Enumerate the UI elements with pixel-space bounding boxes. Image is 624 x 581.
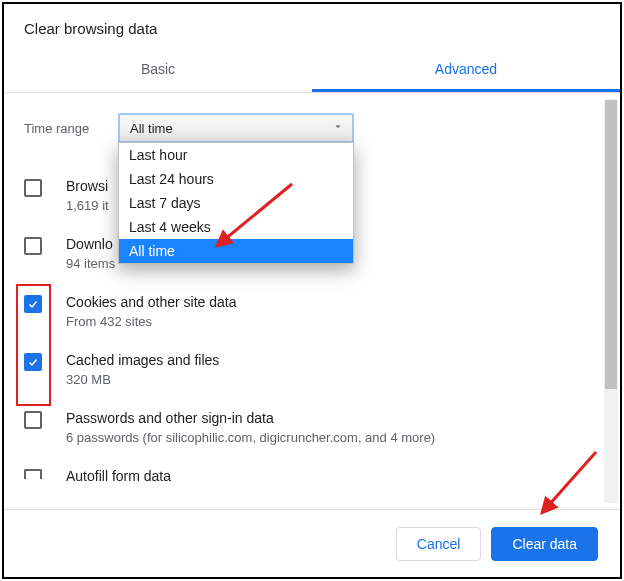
chevron-down-icon [332,121,344,136]
checkbox-download-history[interactable] [24,237,42,255]
item-sublabel: 6 passwords (for silicophilic.com, digic… [66,429,435,447]
cancel-button[interactable]: Cancel [396,527,482,561]
time-range-select[interactable]: All time [118,113,354,143]
checkbox-browsing-history[interactable] [24,179,42,197]
item-label: Cookies and other site data [66,293,236,311]
item-label: Browsi [66,177,109,195]
item-label: Passwords and other sign-in data [66,409,435,427]
dialog-footer: Cancel Clear data [4,509,620,577]
tab-advanced[interactable]: Advanced [312,51,620,92]
option-last-7-days[interactable]: Last 7 days [119,191,353,215]
time-range-dropdown: Last hour Last 24 hours Last 7 days Last… [118,142,354,264]
checkbox-cached[interactable] [24,353,42,371]
option-last-24-hours[interactable]: Last 24 hours [119,167,353,191]
item-cookies: Cookies and other site data From 432 sit… [24,283,600,341]
tab-basic[interactable]: Basic [4,51,312,92]
scrollbar-thumb[interactable] [604,99,618,390]
item-label: Cached images and files [66,351,219,369]
option-last-4-weeks[interactable]: Last 4 weeks [119,215,353,239]
item-sublabel: 94 items [66,255,115,273]
item-sublabel: 320 MB [66,371,219,389]
dialog-title: Clear browsing data [4,4,620,51]
checkbox-cookies[interactable] [24,295,42,313]
time-range-row: Time range All time Last hour Last 24 ho… [24,93,600,167]
option-last-hour[interactable]: Last hour [119,143,353,167]
item-label: Autofill form data [66,467,171,485]
time-range-label: Time range [24,121,94,136]
checkbox-autofill[interactable] [24,469,42,479]
item-cached: Cached images and files 320 MB [24,341,600,399]
item-label: Downlo [66,235,115,253]
scrollbar[interactable] [604,99,618,503]
time-range-selected-value: All time [130,121,173,136]
item-passwords: Passwords and other sign-in data 6 passw… [24,399,600,457]
item-sublabel: From 432 sites [66,313,236,331]
content-area: Time range All time Last hour Last 24 ho… [4,93,620,509]
clear-browsing-data-dialog: Clear browsing data Basic Advanced Time … [2,2,622,579]
item-autofill: Autofill form data [24,457,600,485]
tabs: Basic Advanced [4,51,620,93]
item-sublabel: 1,619 it [66,197,109,215]
checkbox-passwords[interactable] [24,411,42,429]
option-all-time[interactable]: All time [119,239,353,263]
clear-data-button[interactable]: Clear data [491,527,598,561]
